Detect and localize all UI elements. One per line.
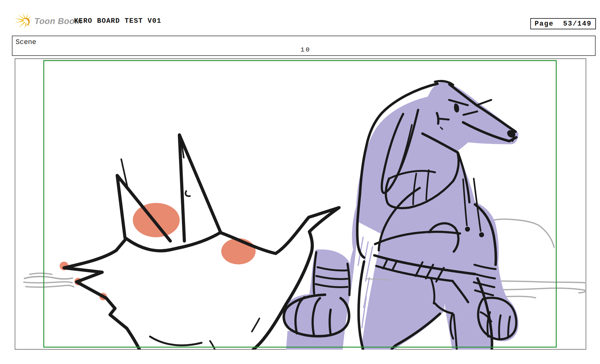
page-number-box: Page 53/149 <box>530 18 596 29</box>
board-title: KERO BOARD TEST V01 <box>74 17 161 25</box>
storyboard-panel <box>15 58 586 350</box>
toonboom-logo: Toon Boom <box>13 12 82 30</box>
page-header: Toon Boom KERO BOARD TEST V01 Page 53/14… <box>0 0 600 34</box>
panel-drawing <box>15 58 586 350</box>
scene-number: 10 <box>290 46 321 53</box>
scene-bar: Scene 10 <box>12 36 596 56</box>
scene-label: Scene <box>16 38 36 46</box>
toonboom-starburst-icon <box>13 12 32 30</box>
page-number-text: Page 53/149 <box>535 20 592 28</box>
